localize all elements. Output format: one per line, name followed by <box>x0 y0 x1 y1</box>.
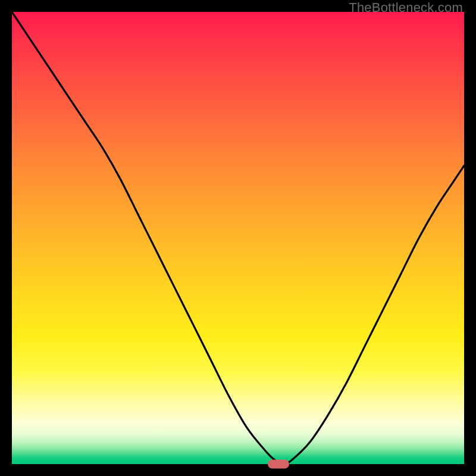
optimal-point-marker <box>268 460 289 469</box>
chart-plot-area <box>12 12 464 464</box>
curve-path <box>12 12 464 464</box>
chart-frame: TheBottleneck.com <box>0 0 476 476</box>
watermark-text: TheBottleneck.com <box>349 0 463 15</box>
bottleneck-curve <box>12 12 464 464</box>
